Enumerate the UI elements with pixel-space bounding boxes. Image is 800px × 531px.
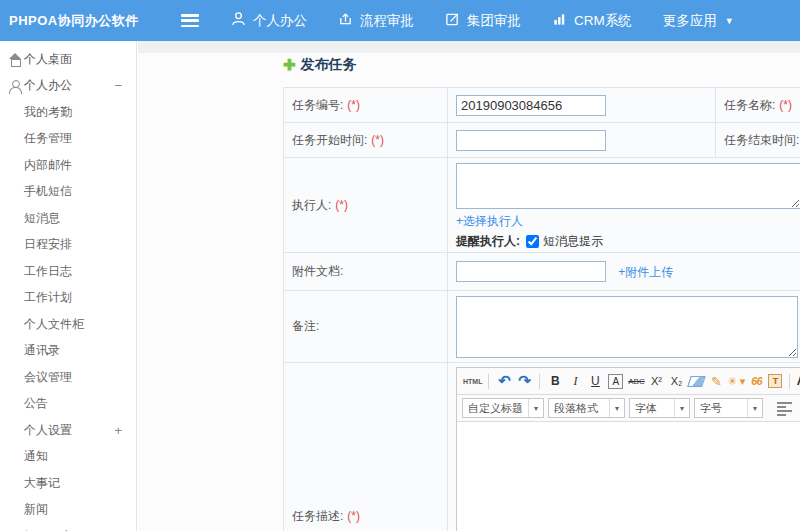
table-row: 任务开始时间:(*) 任务结束时间:(*)	[284, 123, 800, 158]
bold-button[interactable]: B	[546, 371, 564, 391]
editor-content-area[interactable]	[457, 422, 800, 531]
eraser-button[interactable]	[687, 371, 705, 391]
nav-item-workflow-approval[interactable]: 流程审批	[338, 11, 414, 30]
sidebar-item-work-log[interactable]: 工作日志	[0, 258, 136, 285]
sidebar-item-personal-desktop[interactable]: 个人桌面	[0, 46, 136, 73]
fontcolor-button[interactable]: A ▾	[796, 371, 800, 391]
strikethrough-button[interactable]: ABC	[627, 371, 645, 391]
sidebar-item-mobile-sms[interactable]: 手机短信	[0, 179, 136, 206]
italic-button[interactable]: I	[566, 371, 584, 391]
task-name-label: 任务名称:	[724, 98, 775, 112]
sidebar-item-internal-mail[interactable]: 内部邮件	[0, 152, 136, 179]
table-row: 附件文档: +附件上传	[284, 253, 800, 291]
separator[interactable]	[488, 374, 489, 389]
editor-toolbar-row1: HTML↶↷BIUAABCX²X₂✎✳ ▾66TA ▾	[457, 368, 800, 395]
task-no-input[interactable]	[456, 95, 606, 116]
required-mark: (*)	[779, 98, 792, 112]
separator[interactable]	[789, 374, 790, 389]
expand-toggle[interactable]: +	[114, 423, 122, 438]
remind-executor-label: 提醒执行人:	[456, 233, 520, 250]
required-mark: (*)	[335, 198, 348, 212]
sidebar-item-short-message[interactable]: 短消息	[0, 205, 136, 232]
subscript-button[interactable]: X₂	[667, 371, 685, 391]
html-source-button[interactable]: HTML	[463, 371, 482, 391]
sidebar-item-announcement[interactable]: 公告	[0, 391, 136, 418]
edit-icon	[445, 11, 467, 30]
main-content: ✚ 发布任务 任务编号:(*) 任务名称:(*) 任务开始时间:(*) 任务结束…	[138, 41, 800, 531]
sidebar-menu: 个人桌面 个人办公 − 我的考勤 任务管理	[0, 41, 136, 531]
required-mark: (*)	[347, 98, 360, 112]
task-no-label: 任务编号:	[292, 98, 343, 112]
magic-button[interactable]: ✳ ▾	[727, 371, 745, 391]
nav-item-crm-system[interactable]: CRM系统	[552, 11, 632, 30]
app-logo: PHPOA协同办公软件	[9, 12, 181, 30]
format-select[interactable]: 段落格式▾	[548, 398, 625, 418]
sms-tip-label: 短消息提示	[543, 233, 603, 250]
separator[interactable]	[539, 374, 540, 389]
sidebar-item-schedule[interactable]: 日程安排	[0, 232, 136, 259]
brush-button[interactable]: ✎	[707, 371, 725, 391]
page-title: ✚ 发布任务	[283, 56, 357, 74]
align-left-button[interactable]	[777, 402, 792, 414]
chevron-down-icon: ▾	[747, 399, 762, 417]
executor-textarea[interactable]	[456, 163, 800, 209]
end-time-label: 任务结束时间:	[724, 133, 799, 147]
menu-toggle-icon[interactable]	[181, 14, 199, 27]
heading-select[interactable]: 自定义标题▾	[462, 398, 544, 418]
sidebar-item-memorabilia[interactable]: 大事记	[0, 470, 136, 497]
sidebar-item-notice[interactable]: 通知	[0, 444, 136, 471]
chevron-down-icon: ▼	[725, 16, 734, 26]
sidebar-item-vote-survey[interactable]: 投票调查	[0, 523, 136, 531]
undo-button[interactable]: ↶	[495, 371, 513, 391]
attachment-label: 附件文档:	[292, 264, 343, 278]
attachment-upload-link[interactable]: +附件上传	[618, 265, 673, 279]
chevron-down-icon: ▾	[609, 399, 624, 417]
sidebar-item-personal-office[interactable]: 个人办公 −	[0, 73, 136, 100]
font-box-button[interactable]: A	[608, 374, 623, 389]
remark-textarea[interactable]	[456, 296, 798, 358]
add-icon: ✚	[283, 56, 296, 74]
choose-executor-link[interactable]: +选择执行人	[456, 214, 523, 228]
rich-text-editor: HTML↶↷BIUAABCX²X₂✎✳ ▾66TA ▾ 自定义标题▾ 段落格式▾…	[456, 367, 800, 531]
redo-button[interactable]: ↷	[515, 371, 533, 391]
user-icon	[9, 80, 22, 93]
remark-label: 备注:	[292, 319, 319, 333]
sms-tip-checkbox[interactable]	[526, 235, 539, 248]
nav-menu: 个人办公 流程审批 集团审批 CRM系统 更多应用 ▼	[231, 11, 765, 30]
nav-item-group-approval[interactable]: 集团审批	[445, 11, 521, 30]
sidebar-item-task-management[interactable]: 任务管理	[0, 126, 136, 153]
table-row: 执行人:(*) +选择执行人 提醒执行人: 短消息提示	[284, 158, 800, 253]
attachment-input[interactable]	[456, 261, 606, 282]
start-time-input[interactable]	[456, 130, 606, 151]
start-time-label: 任务开始时间:	[292, 133, 367, 147]
paste-text-button[interactable]: T	[768, 374, 782, 388]
chevron-down-icon: ▾	[528, 399, 543, 417]
table-row: 任务编号:(*) 任务名称:(*)	[284, 88, 800, 123]
nav-item-personal-office[interactable]: 个人办公	[231, 11, 307, 30]
size-select[interactable]: 字号▾	[694, 398, 763, 418]
table-row: 任务描述:(*) HTML↶↷BIUAABCX²X₂✎✳ ▾66TA ▾ 自定义…	[284, 363, 800, 531]
executor-label: 执行人:	[292, 198, 331, 212]
sidebar-item-contacts[interactable]: 通讯录	[0, 338, 136, 365]
publish-task-form: 任务编号:(*) 任务名称:(*) 任务开始时间:(*) 任务结束时间:(*) …	[283, 87, 800, 531]
blockquote-button[interactable]: 66	[747, 371, 765, 391]
task-desc-label: 任务描述:	[292, 509, 343, 523]
home-icon	[9, 53, 22, 66]
sidebar-item-news[interactable]: 新闻	[0, 497, 136, 524]
superscript-button[interactable]: X²	[647, 371, 665, 391]
sidebar-item-my-attendance[interactable]: 我的考勤	[0, 99, 136, 126]
nav-item-more-apps[interactable]: 更多应用 ▼	[663, 12, 734, 30]
sidebar: 个人桌面 个人办公 − 我的考勤 任务管理	[0, 41, 137, 531]
table-row: 备注:	[284, 291, 800, 363]
sidebar-item-personal-files[interactable]: 个人文件柜	[0, 311, 136, 338]
content-top-strip	[138, 41, 800, 53]
sidebar-item-meeting[interactable]: 会议管理	[0, 364, 136, 391]
underline-button[interactable]: U	[586, 371, 604, 391]
workflow-icon	[338, 11, 360, 30]
font-select[interactable]: 字体▾	[629, 398, 690, 418]
sidebar-item-personal-settings[interactable]: 个人设置 +	[0, 417, 136, 444]
sidebar-item-work-plan[interactable]: 工作计划	[0, 285, 136, 312]
expand-toggle[interactable]: −	[114, 78, 122, 93]
required-mark: (*)	[347, 509, 360, 523]
required-mark: (*)	[371, 133, 384, 147]
